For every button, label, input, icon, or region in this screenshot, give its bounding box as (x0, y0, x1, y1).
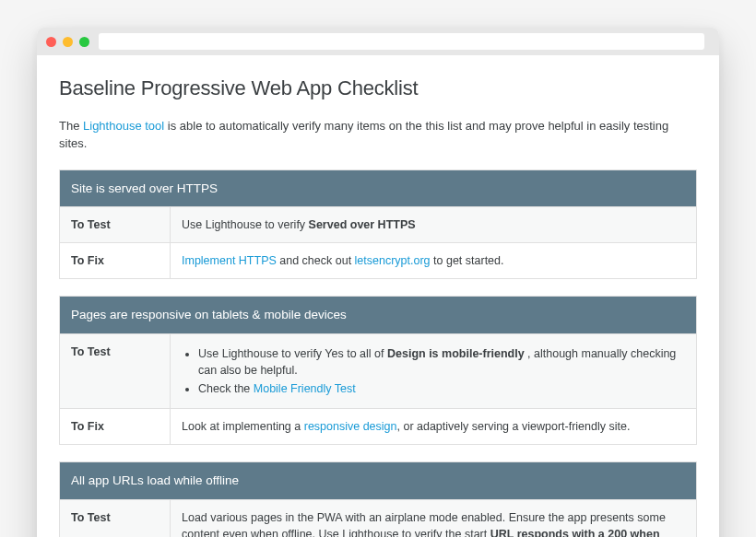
section-header: Pages are responsive on tablets & mobile… (60, 297, 696, 333)
row-to-fix: To Fix (60, 243, 171, 278)
row-text: Use Lighthouse to verify (182, 218, 309, 231)
row-bold: Served over HTTPS (309, 218, 416, 231)
close-icon[interactable] (46, 37, 56, 47)
page-title: Baseline Progressive Web App Checklist (59, 74, 697, 103)
implement-https-link[interactable]: Implement HTTPS (182, 254, 277, 267)
section-offline: All app URLs load while offline To Test … (59, 461, 697, 537)
maximize-icon[interactable] (79, 37, 89, 47)
row-to-fix: To Fix (60, 409, 171, 444)
section-https: Site is served over HTTPS To Test Use Li… (59, 169, 697, 280)
table-row: To Fix Implement HTTPS and check out let… (60, 242, 696, 278)
table-row: To Test Use Lighthouse to verify Served … (60, 206, 696, 242)
test-list: Use Lighthouse to verify Yes to all of D… (182, 345, 685, 397)
minimize-icon[interactable] (63, 37, 73, 47)
browser-window: Baseline Progressive Web App Checklist T… (37, 28, 719, 537)
row-text: Look at implementing a (182, 420, 304, 433)
section-header: Site is served over HTTPS (60, 170, 696, 207)
section-responsive: Pages are responsive on tablets & mobile… (59, 296, 697, 445)
li-text: Check the (198, 382, 254, 395)
li-text: Use Lighthouse to verify Yes to all of (198, 347, 387, 360)
letsencrypt-link[interactable]: letsencrypt.org (355, 254, 431, 267)
responsive-design-link[interactable]: responsive design (304, 420, 397, 433)
row-to-test: To Test (60, 334, 171, 408)
intro-text-pre: The (59, 119, 83, 133)
row-body: Implement HTTPS and check out letsencryp… (171, 243, 696, 278)
li-bold: Design is mobile-friendly (387, 347, 525, 360)
window-controls (46, 37, 89, 47)
row-to-test: To Test (60, 500, 171, 537)
page-content: Baseline Progressive Web App Checklist T… (37, 55, 719, 537)
url-bar[interactable] (99, 33, 704, 50)
list-item: Check the Mobile Friendly Test (198, 380, 685, 397)
mobile-friendly-test-link[interactable]: Mobile Friendly Test (254, 382, 356, 395)
intro-paragraph: The Lighthouse tool is able to automatic… (59, 118, 697, 153)
table-row: To Test Use Lighthouse to verify Yes to … (60, 333, 696, 408)
row-body: Use Lighthouse to verify Yes to all of D… (171, 334, 696, 408)
window-titlebar (37, 28, 719, 55)
table-row: To Test Load various pages in the PWA wi… (60, 499, 696, 537)
row-body: Look at implementing a responsive design… (171, 409, 696, 444)
row-body: Use Lighthouse to verify Served over HTT… (171, 207, 696, 242)
table-row: To Fix Look at implementing a responsive… (60, 408, 696, 444)
lighthouse-link[interactable]: Lighthouse tool (83, 119, 164, 133)
row-text: to get started. (431, 254, 504, 267)
row-to-test: To Test (60, 207, 171, 242)
section-header: All app URLs load while offline (60, 462, 696, 499)
row-body: Load various pages in the PWA with an ai… (171, 500, 696, 537)
list-item: Use Lighthouse to verify Yes to all of D… (198, 345, 685, 379)
row-text: , or adaptively serving a viewport-frien… (396, 420, 630, 433)
row-text: and check out (277, 254, 355, 267)
